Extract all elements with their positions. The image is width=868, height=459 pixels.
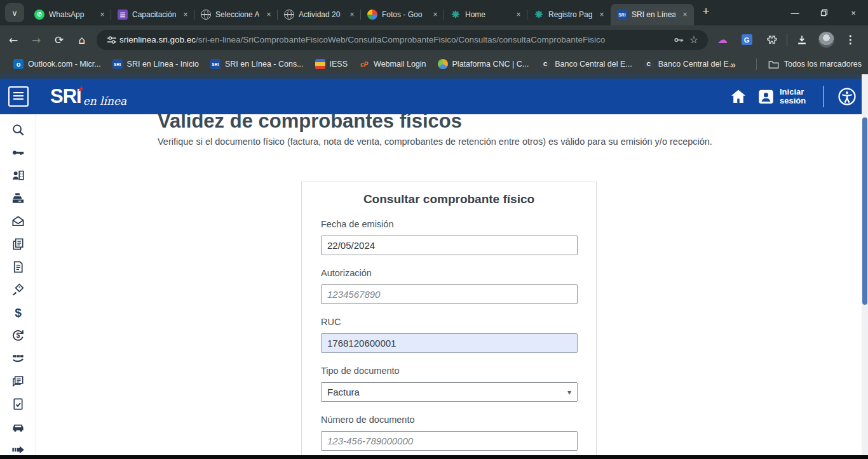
exit-arrow-icon[interactable] <box>10 442 25 455</box>
fecha-emision-label: Fecha de emisión <box>321 219 577 229</box>
tab-home[interactable]: Home × <box>444 4 527 25</box>
tab-fotos[interactable]: Fotos - Goo × <box>361 4 444 25</box>
home-white-icon[interactable] <box>729 88 747 105</box>
tab-registro[interactable]: Registro Pag × <box>527 4 611 25</box>
autorizacion-input[interactable] <box>321 284 578 304</box>
profile-avatar[interactable] <box>817 30 836 50</box>
sri-icon <box>210 59 220 69</box>
login-button[interactable]: Iniciar sesión <box>757 88 809 105</box>
bookmark-label: SRI en Línea - Inicio <box>127 60 199 69</box>
home-icon[interactable]: ⌂ <box>72 30 92 50</box>
payment-cards-icon[interactable] <box>10 350 25 366</box>
certificate-check-icon[interactable] <box>10 396 25 411</box>
fecha-emision-input[interactable] <box>321 236 578 255</box>
bookmark-outlook[interactable]: Outlook.com - Micr... <box>8 57 107 72</box>
avatar <box>818 32 834 48</box>
login-label: Iniciar sesión <box>780 88 809 105</box>
sri-icon <box>617 10 627 20</box>
tag-icon[interactable] <box>10 282 25 297</box>
close-icon[interactable]: × <box>97 10 107 20</box>
bookmark-banco-central-2[interactable]: Banco Central del E... <box>638 57 742 72</box>
tipo-documento-select[interactable]: Factura <box>321 382 578 402</box>
tab-title: Seleccione A <box>215 10 259 19</box>
bookmark-cnc[interactable]: Plataforma CNC | C... <box>432 57 535 72</box>
taxpayer-registry-icon[interactable] <box>10 168 25 183</box>
tab-capacitacion[interactable]: Capacitación × <box>111 4 194 25</box>
window-controls: — × <box>780 0 868 25</box>
declaration-document-icon[interactable] <box>10 259 25 274</box>
browser-menu-icon[interactable] <box>841 30 860 50</box>
reload-icon[interactable]: ⟳ <box>50 30 69 50</box>
chevron-down-icon: ∨ <box>11 8 18 18</box>
extensions-puzzle-icon[interactable] <box>761 30 780 50</box>
tab-title: Registro Pag <box>548 10 592 19</box>
numero-documento-input[interactable] <box>321 431 578 451</box>
refund-dollar-icon[interactable]: $ <box>10 328 25 343</box>
side-navigation: $ $ <box>0 114 36 455</box>
consult-form-card: Consultar comprobante físico Fecha de em… <box>301 182 597 455</box>
close-window-button[interactable]: × <box>839 0 868 25</box>
svg-text:$: $ <box>15 305 22 319</box>
tab-whatsapp[interactable]: WhatsApp × <box>28 4 111 25</box>
downloads-icon[interactable] <box>792 30 811 50</box>
sri-logo[interactable]: SRI en línea <box>50 85 126 108</box>
bookmarks-right-group: » Todos los marcadores <box>730 54 862 74</box>
password-key-icon[interactable] <box>671 32 686 48</box>
page-scrollbar-thumb[interactable] <box>862 117 867 305</box>
search-icon[interactable] <box>10 122 25 137</box>
numero-documento-label: Número de documento <box>321 415 577 425</box>
payments-dollar-icon[interactable]: $ <box>10 305 25 320</box>
address-bar[interactable]: srienlinea.sri.gob.ec /sri-en-linea/SriC… <box>97 30 708 50</box>
bookmark-sri-consultas[interactable]: SRI en Línea - Cons... <box>205 57 309 72</box>
tab-search-button[interactable]: ∨ <box>5 3 24 22</box>
bookmark-label: Banco Central del E... <box>658 60 736 69</box>
documents-copy-icon[interactable] <box>10 236 25 251</box>
globe-icon <box>284 10 294 20</box>
close-icon[interactable]: × <box>347 10 357 20</box>
close-icon[interactable]: × <box>680 10 690 20</box>
new-tab-button[interactable] <box>698 3 714 20</box>
key-icon[interactable] <box>10 145 25 160</box>
restore-button[interactable] <box>810 0 839 25</box>
back-icon[interactable]: ← <box>4 30 23 50</box>
tab-title: Home <box>465 10 509 19</box>
vehicles-car-icon[interactable] <box>10 419 25 434</box>
autorizacion-label: Autorización <box>321 268 577 278</box>
close-icon[interactable]: × <box>430 10 440 20</box>
header-right-group: Iniciar sesión <box>729 79 857 114</box>
cash-register-icon[interactable] <box>10 190 25 206</box>
selected-option: Factura <box>327 387 360 397</box>
tipo-documento-label: Tipo de documento <box>321 366 577 376</box>
bookmarks-overflow-chevrons[interactable]: » <box>730 59 735 70</box>
tune-icon[interactable] <box>104 32 119 48</box>
hamburger-menu-icon[interactable] <box>8 86 29 107</box>
all-bookmarks-label[interactable]: Todos los marcadores <box>784 60 862 69</box>
close-icon[interactable]: × <box>264 10 274 20</box>
tab-seleccione[interactable]: Seleccione A × <box>194 4 278 25</box>
bookmark-webmail[interactable]: Webmail Login <box>353 57 431 72</box>
bookmark-star-icon[interactable] <box>686 32 702 48</box>
tab-actividad[interactable]: Actividad 20 × <box>278 4 361 25</box>
url-path: /sri-en-linea/SriComprobanteFisicoWeb/Co… <box>196 35 671 44</box>
accessibility-icon[interactable] <box>837 87 857 106</box>
bookmark-iess[interactable]: IESS <box>309 57 354 72</box>
close-icon[interactable]: × <box>513 10 524 20</box>
bookmark-label: SRI en Línea - Cons... <box>225 60 304 69</box>
forward-icon[interactable]: → <box>27 30 46 50</box>
iess-icon <box>315 59 325 69</box>
minimize-button[interactable]: — <box>780 0 810 25</box>
svg-text:$: $ <box>16 331 20 339</box>
translate-icon[interactable] <box>737 30 756 50</box>
mail-icon[interactable] <box>10 213 25 229</box>
cnc-icon <box>438 59 448 69</box>
close-icon[interactable]: × <box>597 10 607 20</box>
bookmark-sri-inicio[interactable]: SRI en Línea - Inicio <box>107 57 205 72</box>
globe-icon <box>201 10 211 20</box>
page-body: $ $ Validez de comprobantes físicos Veri… <box>0 114 862 455</box>
tab-sri-en-linea-active[interactable]: SRI en Línea × <box>611 4 694 25</box>
ruc-input[interactable] <box>321 333 578 353</box>
bookmark-banco-central-1[interactable]: Banco Central del E... <box>534 57 638 72</box>
complaints-chat-icon[interactable] <box>10 373 25 389</box>
close-icon[interactable]: × <box>180 10 191 20</box>
cloud-extension-icon[interactable] <box>713 30 732 50</box>
